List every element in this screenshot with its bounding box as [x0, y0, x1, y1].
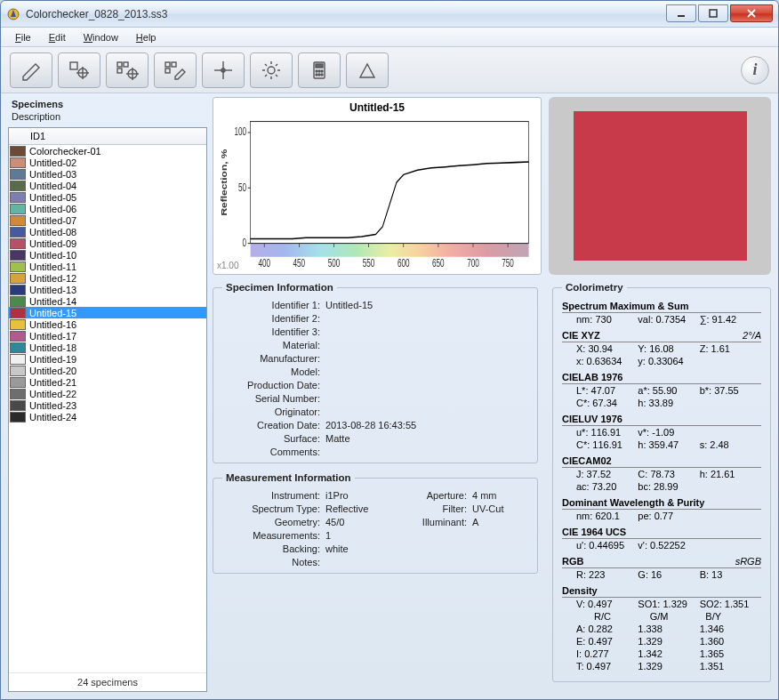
- geometry-label: Geometry:: [222, 517, 320, 527]
- rgb-header: RGB: [562, 556, 583, 567]
- ciexyz-X: X: 30.94: [576, 343, 638, 354]
- svg-rect-11: [117, 68, 122, 73]
- list-item-swatch: [10, 412, 26, 422]
- creation-label: Creation Date:: [222, 420, 320, 430]
- target-single-button[interactable]: [58, 52, 100, 88]
- calculator-button[interactable]: [298, 52, 341, 88]
- rgb-B: B: 13: [700, 569, 761, 580]
- measurements-value: 1: [325, 530, 381, 541]
- list-item-swatch: [10, 238, 26, 249]
- colorimetry-legend: Colorimetry: [562, 282, 627, 293]
- svg-point-35: [316, 74, 317, 76]
- list-item-swatch: [10, 227, 26, 237]
- cielab-h: h: 33.89: [638, 398, 699, 408]
- density-T: T: 0.497: [576, 661, 638, 672]
- list-item[interactable]: Untitled-17: [9, 330, 206, 342]
- list-item-label: Untitled-03: [29, 169, 76, 180]
- list-item[interactable]: Untitled-22: [9, 388, 206, 399]
- ucs-u: u': 0.44695: [576, 540, 638, 551]
- list-item[interactable]: Untitled-24: [9, 411, 206, 422]
- list-item-label: Untitled-13: [29, 285, 76, 295]
- density-V: V: 0.497: [576, 599, 638, 609]
- brightness-button[interactable]: [250, 52, 293, 88]
- cieluv-v: v*: -1.09: [638, 427, 699, 438]
- list-item[interactable]: Untitled-11: [9, 261, 206, 272]
- list-item[interactable]: Untitled-19: [9, 353, 206, 365]
- menu-help[interactable]: Help: [129, 30, 164, 44]
- list-item[interactable]: Untitled-20: [9, 365, 206, 376]
- edit-tool-button[interactable]: [10, 52, 52, 88]
- list-item[interactable]: Untitled-12: [9, 272, 206, 284]
- svg-text:100: 100: [235, 126, 247, 138]
- list-item[interactable]: Untitled-13: [9, 284, 206, 295]
- list-item-swatch: [10, 319, 26, 330]
- svg-rect-31: [316, 64, 323, 68]
- notes-label: Notes:: [222, 557, 320, 567]
- info-button[interactable]: i: [741, 56, 769, 84]
- menu-window[interactable]: Window: [76, 30, 125, 44]
- svg-line-28: [276, 64, 277, 66]
- list-item-label: Untitled-16: [29, 319, 76, 330]
- svg-rect-38: [251, 244, 529, 257]
- crosshair-button[interactable]: [202, 52, 245, 88]
- list-item[interactable]: Untitled-04: [9, 180, 206, 191]
- list-item-label: Untitled-14: [29, 296, 76, 307]
- target-grid-button[interactable]: [106, 52, 149, 88]
- list-item[interactable]: Untitled-09: [9, 237, 206, 249]
- model-value: [325, 366, 528, 377]
- chart-scale-label: x1.00: [217, 261, 238, 270]
- instrument-label: Instrument:: [222, 490, 320, 501]
- list-item[interactable]: Untitled-07: [9, 214, 206, 226]
- list-item-swatch: [10, 377, 26, 388]
- menu-edit[interactable]: Edit: [42, 30, 73, 44]
- spectrum-label: Spectrum Type:: [222, 503, 320, 514]
- surface-value: Matte: [325, 433, 528, 444]
- list-item[interactable]: Untitled-16: [9, 318, 206, 330]
- list-item[interactable]: Untitled-23: [9, 399, 206, 411]
- svg-rect-5: [70, 62, 77, 69]
- list-item-label: Untitled-12: [29, 273, 76, 284]
- svg-point-34: [321, 70, 323, 72]
- minimize-button[interactable]: [666, 4, 696, 22]
- list-item-label: Untitled-09: [29, 238, 76, 249]
- list-item[interactable]: Untitled-08: [9, 226, 206, 237]
- list-item-label: Untitled-20: [29, 366, 76, 376]
- svg-rect-15: [165, 62, 170, 67]
- backing-value: white: [325, 543, 381, 554]
- ciexyz-observer: 2°/A: [743, 330, 761, 341]
- list-item-swatch: [10, 192, 26, 203]
- list-item[interactable]: Untitled-18: [9, 342, 206, 353]
- list-item[interactable]: Untitled-02: [9, 157, 206, 168]
- list-item-swatch: [10, 296, 26, 307]
- list-item[interactable]: Untitled-14: [9, 295, 206, 307]
- list-item[interactable]: Untitled-06: [9, 203, 206, 214]
- color-preview-swatch: [574, 111, 747, 261]
- list-item[interactable]: Untitled-10: [9, 249, 206, 261]
- close-button[interactable]: [730, 4, 773, 22]
- svg-line-29: [265, 75, 267, 76]
- ciecam-h: h: 21.61: [700, 469, 761, 479]
- cielab-header: CIELAB 1976: [562, 372, 622, 382]
- ciexyz-header: CIE XYZ: [562, 330, 600, 341]
- list-item[interactable]: Untitled-15: [9, 307, 206, 318]
- maximize-button[interactable]: [698, 4, 728, 22]
- svg-text:700: 700: [467, 257, 479, 269]
- list-item[interactable]: Untitled-21: [9, 376, 206, 388]
- svg-point-21: [268, 67, 275, 74]
- menu-file[interactable]: File: [8, 30, 38, 44]
- list-column-header[interactable]: ID1: [9, 128, 206, 145]
- svg-text:Reflection, %: Reflection, %: [221, 149, 229, 216]
- instrument-value: i1Pro: [325, 490, 381, 501]
- density-col-GM: G/M: [650, 611, 706, 622]
- list-item-swatch: [10, 342, 26, 353]
- edit-grid-button[interactable]: [154, 52, 197, 88]
- specimen-list: ID1 Colorchecker-01Untitled-02Untitled-0…: [8, 127, 207, 692]
- list-item-swatch: [10, 400, 26, 411]
- list-item-label: Untitled-06: [29, 204, 76, 214]
- list-item[interactable]: Untitled-05: [9, 191, 206, 203]
- delta-button[interactable]: [346, 52, 389, 88]
- creation-value: 2013-08-28 16:43:55: [325, 420, 528, 430]
- list-item[interactable]: Colorchecker-01: [9, 145, 206, 157]
- svg-text:500: 500: [328, 257, 341, 269]
- list-item[interactable]: Untitled-03: [9, 168, 206, 180]
